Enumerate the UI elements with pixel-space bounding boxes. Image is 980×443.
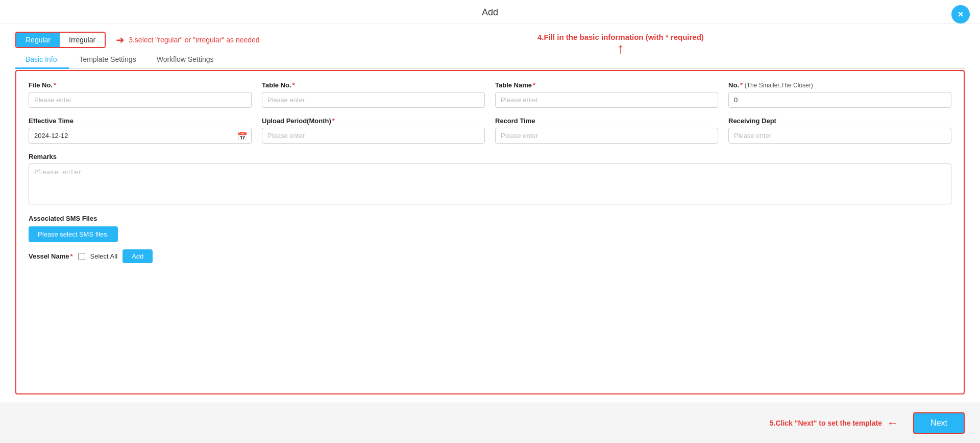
vessel-name-label: Vessel Name* (29, 252, 73, 260)
remarks-textarea[interactable] (29, 164, 951, 204)
tab-basic-info[interactable]: Basic Info. (15, 51, 69, 69)
type-selector-section: Regular Irregular ➜ 3.select "regular" o… (15, 32, 965, 69)
remarks-section: Remarks (29, 153, 951, 206)
upload-period-label: Upload Period(Month)* (262, 117, 485, 125)
field-table-no: Table No.* (262, 81, 485, 108)
tab-workflow-settings[interactable]: Workflow Settings (146, 51, 224, 69)
page-title: Add (482, 7, 498, 17)
effective-time-wrapper: 📅 (29, 128, 252, 144)
sms-select-button[interactable]: Please select SMS files. (29, 226, 118, 242)
table-name-label: Table Name* (495, 81, 718, 89)
next-button[interactable]: Next (913, 412, 965, 434)
add-vessel-button[interactable]: Add (122, 249, 153, 263)
file-no-input[interactable] (29, 92, 252, 108)
calendar-icon: 📅 (237, 131, 248, 141)
content-area: Regular Irregular ➜ 3.select "regular" o… (0, 24, 980, 403)
field-table-name: Table Name* (495, 81, 718, 108)
field-receiving-dept: Receiving Dept (728, 117, 951, 144)
field-file-no: File No.* (29, 81, 252, 108)
sms-files-section: Associated SMS Files Please select SMS f… (29, 215, 951, 242)
instruction-3: ➜ 3.select "regular" or "irregular" as n… (116, 34, 259, 46)
form-box: File No.* Table No.* Table Name* (15, 70, 965, 394)
field-record-time: Record Time (495, 117, 718, 144)
table-no-input[interactable] (262, 92, 485, 108)
field-effective-time: Effective Time 📅 (29, 117, 252, 144)
field-upload-period: Upload Period(Month)* (262, 117, 485, 144)
receiving-dept-input[interactable] (728, 128, 951, 144)
vessel-name-section: Vessel Name* Select All Add (29, 249, 951, 263)
sms-files-label: Associated SMS Files (29, 215, 951, 222)
footer-bar: 5.Click "Next" to set the template ← Nex… (0, 403, 980, 443)
page-header: Add × (0, 0, 980, 24)
no-label: No.* (The Smaller,The Closer) (728, 81, 951, 89)
close-icon: × (958, 9, 964, 20)
table-no-label: Table No.* (262, 81, 485, 89)
table-name-input[interactable] (495, 92, 718, 108)
type-toggle: Regular Irregular (15, 32, 106, 48)
no-input[interactable] (728, 92, 951, 108)
effective-time-label: Effective Time (29, 117, 252, 125)
select-all-checkbox[interactable] (78, 253, 85, 260)
receiving-dept-label: Receiving Dept (728, 117, 951, 125)
close-button[interactable]: × (951, 5, 970, 24)
main-container: Add × Regular Irregular ➜ 3.select "regu… (0, 0, 980, 443)
arrow-right-icon: ➜ (116, 34, 125, 46)
irregular-button[interactable]: Irregular (60, 33, 105, 47)
regular-button[interactable]: Regular (16, 33, 60, 47)
tab-template-settings[interactable]: Template Settings (69, 51, 146, 69)
file-no-label: File No.* (29, 81, 252, 89)
record-time-input[interactable] (495, 128, 718, 144)
footer-instruction: 5.Click "Next" to set the template ← (770, 416, 898, 430)
select-all-label: Select All (90, 252, 117, 260)
arrow-up-icon: ↑ (617, 41, 624, 56)
upload-period-input[interactable] (262, 128, 485, 144)
effective-time-input[interactable] (29, 128, 252, 144)
arrow-left-icon: ← (887, 416, 898, 430)
record-time-label: Record Time (495, 117, 718, 125)
field-no: No.* (The Smaller,The Closer) (728, 81, 951, 108)
tabs-row: Basic Info. Template Settings Workflow S… (15, 51, 965, 69)
form-row-2: Effective Time 📅 Upload Period(Month)* (29, 117, 951, 144)
remarks-label: Remarks (29, 153, 951, 160)
form-row-1: File No.* Table No.* Table Name* (29, 81, 951, 108)
